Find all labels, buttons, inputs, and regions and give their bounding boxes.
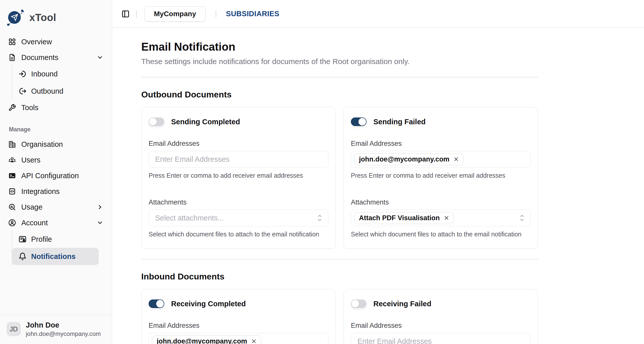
input-placeholder: Enter Email Addresses — [354, 337, 432, 344]
main-area: MyCompany SUBSIDIARIES Email Notificatio… — [112, 0, 644, 344]
settings-content: Email Notification These settings includ… — [112, 28, 540, 344]
attachments-label: Attachments — [149, 198, 328, 206]
panel-left-icon — [122, 10, 130, 18]
organisation-icon — [8, 140, 16, 148]
user-name: John Doe — [26, 321, 101, 329]
sidebar-item-notifications[interactable]: Notifications — [12, 248, 99, 265]
avatar: JD — [7, 322, 21, 336]
company-button[interactable]: MyCompany — [144, 6, 206, 22]
sending-failed-card: Sending Failed Email Addresses john.doe@… — [344, 107, 538, 249]
sending-completed-card: Sending Completed Email Addresses Enter … — [141, 107, 336, 249]
app-logo-icon — [7, 9, 24, 26]
select-placeholder: Select attachments... — [152, 214, 224, 222]
chevron-right-icon — [97, 204, 103, 210]
sidebar-item-overview[interactable]: Overview — [8, 34, 105, 50]
user-footer[interactable]: JD John Doe john.doe@mycompany.com — [0, 315, 112, 344]
app-name: xTool — [29, 12, 56, 23]
sending-failed-toggle[interactable] — [351, 117, 367, 126]
outbound-cards-row: Sending Completed Email Addresses Enter … — [141, 107, 538, 249]
sidebar-toggle-button[interactable] — [122, 10, 130, 18]
sidebar-item-profile[interactable]: Profile — [12, 231, 99, 248]
email-addresses-input[interactable]: john.doe@mycompany.com — [351, 151, 531, 168]
email-addresses-input[interactable]: Enter Email Addresses — [149, 151, 328, 168]
sidebar-item-organisation[interactable]: Organisation — [8, 136, 105, 152]
sidebar-item-label: Documents — [21, 53, 58, 62]
header-divider — [216, 10, 216, 18]
topbar: MyCompany SUBSIDIARIES — [112, 0, 644, 28]
users-icon — [8, 156, 16, 164]
sidebar-item-label: Notifications — [31, 252, 76, 261]
remove-chip-icon[interactable] — [444, 215, 450, 221]
sidebar-item-inbound[interactable]: Inbound — [12, 65, 99, 83]
email-helper-text: Press Enter or comma to add receiver ema… — [351, 172, 531, 179]
divider — [141, 259, 538, 259]
inbound-section-title: Inbound Documents — [141, 272, 540, 281]
email-helper-text: Press Enter or comma to add receiver ema… — [149, 172, 328, 179]
email-addresses-input[interactable]: Enter Email Addresses — [351, 333, 531, 344]
toggle-label: Sending Failed — [373, 118, 426, 126]
sidebar-item-label: Inbound — [31, 70, 58, 78]
toggle-label: Receiving Completed — [171, 300, 246, 308]
chip-label: john.doe@mycompany.com — [359, 155, 449, 163]
receiving-failed-toggle[interactable] — [351, 299, 367, 308]
page-subtitle: These settings include notifications for… — [141, 57, 540, 66]
sidebar-item-account[interactable]: Account — [8, 215, 105, 231]
attachment-chip: Attach PDF Visualisation — [354, 212, 454, 224]
usage-chart-search-icon — [8, 203, 16, 211]
email-addresses-label: Email Addresses — [351, 140, 531, 148]
documents-sub-list: Inbound Outbound — [12, 65, 105, 100]
receiving-completed-toggle[interactable] — [149, 299, 164, 308]
sidebar-item-label: Outbound — [31, 87, 63, 95]
account-sub-list: Profile Notifications — [12, 231, 105, 265]
inbound-cards-row: Receiving Completed Email Addresses john… — [141, 289, 538, 344]
subsidiaries-link[interactable]: SUBSIDIARIES — [226, 10, 279, 18]
header-divider — [136, 10, 137, 18]
attachments-helper-text: Select which document files to attach to… — [149, 231, 328, 238]
integrations-icon — [8, 188, 16, 195]
sidebar-nav: Overview Documents Inbound — [0, 33, 112, 265]
email-addresses-label: Email Addresses — [149, 140, 328, 148]
chevron-down-icon — [97, 219, 103, 226]
attachments-select[interactable]: Attach PDF Visualisation — [351, 210, 531, 226]
sidebar-item-label: Account — [21, 219, 48, 227]
sidebar-item-documents[interactable]: Documents — [8, 50, 105, 65]
dashboard-icon — [8, 38, 16, 46]
sidebar-item-api-configuration[interactable]: API Configuration — [8, 168, 105, 184]
remove-chip-icon[interactable] — [251, 338, 257, 344]
sidebar-item-tools[interactable]: Tools — [8, 100, 105, 115]
attachments-select[interactable]: Select attachments... — [149, 210, 328, 226]
sending-completed-toggle[interactable] — [149, 117, 164, 126]
profile-card-icon — [18, 235, 27, 243]
toggle-label: Receiving Failed — [373, 300, 431, 308]
sidebar-item-label: Organisation — [21, 140, 63, 149]
terminal-icon — [8, 172, 16, 179]
email-addresses-label: Email Addresses — [149, 322, 328, 330]
chevron-down-icon — [97, 54, 103, 61]
email-addresses-label: Email Addresses — [351, 322, 531, 330]
sidebar-item-label: Tools — [21, 104, 38, 112]
input-placeholder: Enter Email Addresses — [152, 155, 229, 164]
sidebar-item-outbound[interactable]: Outbound — [12, 83, 99, 100]
chip-label: john.doe@mycompany.com — [157, 337, 247, 344]
sidebar-item-label: Usage — [21, 203, 43, 211]
sidebar-item-users[interactable]: Users — [8, 152, 105, 168]
email-chip: john.doe@mycompany.com — [354, 153, 464, 165]
remove-chip-icon[interactable] — [453, 156, 459, 162]
page-title: Email Notification — [141, 41, 540, 53]
email-addresses-input[interactable]: john.doe@mycompany.com — [149, 333, 328, 344]
chip-label: Attach PDF Visualisation — [359, 214, 440, 222]
toggle-label: Sending Completed — [171, 118, 240, 126]
email-chip: john.doe@mycompany.com — [152, 335, 261, 344]
sidebar-item-label: Users — [21, 156, 41, 164]
sidebar-item-usage[interactable]: Usage — [8, 199, 105, 215]
receiving-completed-card: Receiving Completed Email Addresses john… — [141, 289, 336, 344]
outbound-section-title: Outbound Documents — [141, 90, 540, 99]
document-icon — [8, 54, 16, 61]
sidebar-item-integrations[interactable]: Integrations — [8, 184, 105, 199]
user-info: John Doe john.doe@mycompany.com — [26, 321, 101, 337]
app-logo: xTool — [0, 0, 112, 33]
attachments-helper-text: Select which document files to attach to… — [351, 231, 531, 238]
select-chevrons-icon — [316, 214, 323, 222]
sidebar-item-label: Overview — [21, 38, 52, 46]
outbound-arrow-icon — [18, 87, 27, 95]
